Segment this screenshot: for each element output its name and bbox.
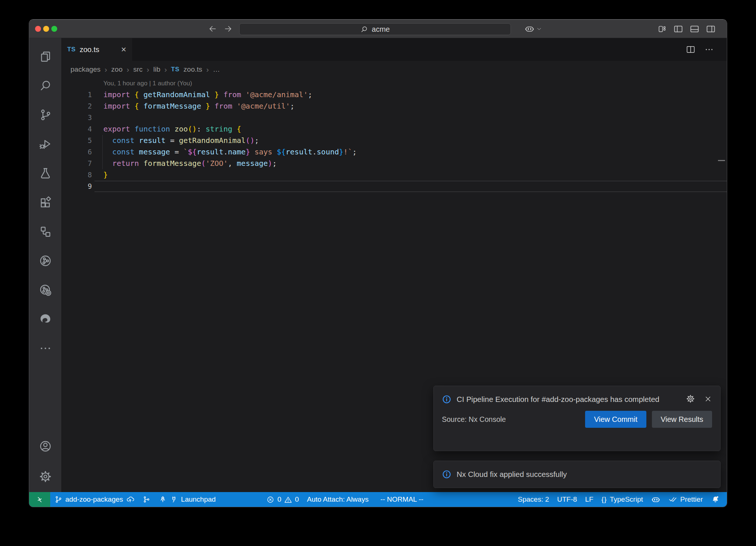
activity-bar xyxy=(29,38,61,492)
activity-item-extensions[interactable] xyxy=(37,194,54,211)
vscode-window: acme TS zoo.ts × xyxy=(29,19,727,507)
tab-zoo-ts[interactable]: TS zoo.ts × xyxy=(61,38,132,61)
toggle-panel-icon[interactable] xyxy=(690,24,700,34)
git-graph-item[interactable] xyxy=(138,492,155,507)
language-mode-item[interactable]: {} TypeScript xyxy=(597,492,647,507)
minimize-window-button[interactable] xyxy=(43,26,49,32)
zoom-window-button[interactable] xyxy=(51,26,57,32)
tab-label: zoo.ts xyxy=(80,45,99,54)
notification-settings-gear-icon[interactable] xyxy=(686,394,695,403)
command-center-search[interactable]: acme xyxy=(239,23,511,35)
chevron-right-icon: › xyxy=(206,65,209,74)
view-commit-button[interactable]: View Commit xyxy=(585,411,646,428)
warning-count: 0 xyxy=(295,495,299,504)
branch-name: add-zoo-packages xyxy=(65,495,123,504)
view-results-button[interactable]: View Results xyxy=(652,411,712,428)
activity-item-nx-console[interactable] xyxy=(37,252,54,270)
activity-item-source-control[interactable] xyxy=(37,106,54,124)
git-branch-item[interactable]: add-zoo-packages xyxy=(50,492,138,507)
problems-item[interactable]: 0 0 xyxy=(262,492,303,507)
activity-item-settings-gear[interactable] xyxy=(37,468,54,485)
chevron-right-icon: › xyxy=(164,65,167,74)
activity-item-files[interactable] xyxy=(37,48,54,65)
breadcrumb-item-src[interactable]: src xyxy=(133,65,142,74)
vim-mode-item[interactable]: -- NORMAL -- xyxy=(376,492,427,507)
activity-item-edge-browser[interactable] xyxy=(37,310,54,328)
line-number: 2 xyxy=(61,100,94,112)
code-line-content: import { getRandomAnimal } from '@acme/a… xyxy=(94,89,727,100)
notification-source: Source: Nx Console xyxy=(442,415,506,424)
activity-item-account[interactable] xyxy=(37,437,54,455)
typescript-file-icon: TS xyxy=(67,46,76,53)
notifications-bell-item[interactable] xyxy=(707,492,724,507)
remote-explorer-icon xyxy=(39,225,52,238)
breadcrumb-overflow[interactable]: … xyxy=(213,65,220,74)
copilot-icon xyxy=(525,24,535,34)
eol-item[interactable]: LF xyxy=(581,492,597,507)
error-count: 0 xyxy=(277,495,281,504)
code-line[interactable]: 3 xyxy=(61,112,727,123)
git-blame-annotation: You, 1 hour ago | 1 author (You) xyxy=(61,78,727,89)
notification-message: CI Pipeline Execution for #add-zoo-packa… xyxy=(457,393,663,405)
line-number: 6 xyxy=(61,146,94,158)
formatter-label: Prettier xyxy=(680,495,703,504)
code-line[interactable]: 9 xyxy=(61,181,727,192)
notification-close-icon[interactable] xyxy=(704,395,712,403)
extensions-icon xyxy=(39,196,52,209)
encoding-item[interactable]: UTF-8 xyxy=(553,492,581,507)
rocket-icon xyxy=(159,495,167,504)
breadcrumb-item-lib[interactable]: lib xyxy=(153,65,160,74)
code-line-content: return formatMessage('ZOO', message); xyxy=(94,158,727,169)
code-line-content: } xyxy=(94,169,727,181)
chevron-down-icon xyxy=(536,26,542,32)
line-number: 4 xyxy=(61,123,94,135)
toggle-primary-sidebar-icon[interactable] xyxy=(673,24,683,34)
line-number: 7 xyxy=(61,158,94,169)
code-line[interactable]: 6 const message = `${result.name} says $… xyxy=(61,146,727,158)
formatter-item[interactable]: Prettier xyxy=(664,492,707,507)
back-icon[interactable] xyxy=(208,24,217,34)
auto-attach-item[interactable]: Auto Attach: Always xyxy=(303,492,373,507)
activity-item-remote-explorer[interactable] xyxy=(37,223,54,240)
indentation-item[interactable]: Spaces: 2 xyxy=(514,492,553,507)
code-editor[interactable]: 1import { getRandomAnimal } from '@acme/… xyxy=(61,89,727,192)
line-number: 3 xyxy=(61,112,94,123)
more-actions-icon[interactable] xyxy=(704,45,714,54)
window-controls xyxy=(35,20,57,38)
remote-indicator[interactable] xyxy=(29,492,50,507)
breadcrumb-item-file[interactable]: zoo.ts xyxy=(183,65,202,74)
code-line[interactable]: 8} xyxy=(61,169,727,181)
breadcrumb-item-packages[interactable]: packages xyxy=(71,65,100,74)
copilot-menu[interactable] xyxy=(525,20,542,38)
code-line[interactable]: 2import { formatMessage } from '@acme/ut… xyxy=(61,100,727,112)
more-icon xyxy=(39,342,52,355)
breadcrumb-item-zoo[interactable]: zoo xyxy=(111,65,123,74)
toggle-secondary-sidebar-icon[interactable] xyxy=(706,24,716,34)
copilot-icon xyxy=(651,495,660,504)
split-editor-icon[interactable] xyxy=(686,45,695,54)
activity-item-nx-cloud[interactable] xyxy=(37,281,54,299)
code-line[interactable]: 1import { getRandomAnimal } from '@acme/… xyxy=(61,89,727,100)
git-branch-icon xyxy=(54,495,62,504)
copilot-status-item[interactable] xyxy=(647,492,664,507)
warning-icon xyxy=(284,496,292,504)
activity-item-run-debug[interactable] xyxy=(37,135,54,153)
launchpad-label: Launchpad xyxy=(181,495,216,504)
search-icon xyxy=(39,79,52,92)
tab-bar: TS zoo.ts × xyxy=(61,38,727,61)
forward-icon[interactable] xyxy=(223,24,233,34)
code-line[interactable]: 5 const result = getRandomAnimal(); xyxy=(61,135,727,146)
close-window-button[interactable] xyxy=(35,26,41,32)
activity-item-testing[interactable] xyxy=(37,164,54,182)
testing-icon xyxy=(39,167,52,180)
activity-item-search[interactable] xyxy=(37,77,54,95)
code-line[interactable]: 4export function zoo(): string { xyxy=(61,123,727,135)
customize-layout-icon[interactable] xyxy=(658,24,667,34)
cloud-upload-icon xyxy=(126,495,134,504)
line-number: 9 xyxy=(61,181,94,192)
launchpad-item[interactable]: Launchpad xyxy=(155,492,220,507)
activity-item-more[interactable] xyxy=(37,339,54,357)
code-line[interactable]: 7 return formatMessage('ZOO', message); xyxy=(61,158,727,169)
close-tab-icon[interactable]: × xyxy=(121,45,126,54)
code-line-content xyxy=(94,112,727,123)
